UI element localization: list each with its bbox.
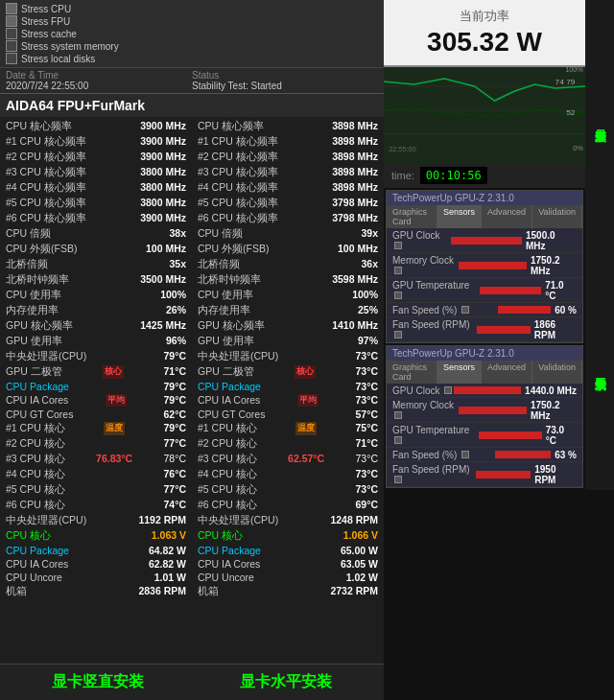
metric-row: CPU IA Cores 平均 79°C xyxy=(4,393,188,408)
gpuz-bar xyxy=(479,432,542,439)
metric-row: #6 CPU 核心74°C xyxy=(4,498,188,513)
stress-memory-label: Stress system memory xyxy=(21,41,119,52)
gpuz-row-value: 1750.2 MHz xyxy=(531,400,577,421)
stress-memory-option[interactable]: Stress system memory xyxy=(6,40,378,52)
app-title: AIDA64 FPU+FurMark xyxy=(6,98,145,113)
metric-row: #6 CPU 核心69°C xyxy=(196,498,380,513)
metric-row: CPU 使用率100% xyxy=(4,288,188,303)
gpuz-bar xyxy=(454,386,521,394)
metric-row: 北桥倍频36x xyxy=(196,257,380,272)
gpuz-bar xyxy=(459,262,527,269)
metrics-col-1: CPU 核心频率3900 MHz#1 CPU 核心频率3900 MHz#2 CP… xyxy=(0,117,192,664)
stress-disk-option[interactable]: Stress local disks xyxy=(6,53,378,64)
metric-row: GPU 核心频率1410 MHz xyxy=(196,318,380,334)
metric-row: #4 CPU 核心76°C xyxy=(4,467,188,482)
stress-options: Stress CPU Stress FPU Stress cache Stres… xyxy=(0,0,384,67)
metric-row: CPU GT Cores57°C xyxy=(196,408,380,421)
gpuz-row-value: 1440.0 MHz xyxy=(525,385,577,396)
gpuz1-tab-advanced[interactable]: Advanced xyxy=(482,205,532,228)
gpuz-row-value: 71.0 °C xyxy=(545,280,577,301)
gpuz2-tabs[interactable]: Graphics Card Sensors Advanced Validatio… xyxy=(387,361,582,384)
gpuz-bar-container: 1950 RPM xyxy=(476,464,577,485)
gpuz2-title: TechPowerUp GPU-Z 2.31.0 xyxy=(392,348,514,359)
gpuz-row: GPU Clock 1440.0 MHz xyxy=(387,384,582,398)
svg-text:22:55:00: 22:55:00 xyxy=(389,146,416,153)
power-chart: 74 79 52 100% 0% 22:55:00 xyxy=(384,67,585,153)
gpuz-row-label: GPU Clock xyxy=(392,230,451,251)
power-value: 305.32 W xyxy=(388,27,581,58)
metric-row: #1 CPU 核心 温度 75°C xyxy=(196,421,380,436)
metric-row: 中央处理器(CPU)79°C xyxy=(4,349,188,364)
stress-cache-checkbox[interactable] xyxy=(6,28,17,39)
metric-row: 北桥倍频35x xyxy=(4,257,188,272)
status-label: Status xyxy=(192,70,378,81)
left-panel: Stress CPU Stress FPU Stress cache Stres… xyxy=(0,0,384,700)
gpuz1-tab-sensors[interactable]: Sensors xyxy=(437,205,482,228)
stress-cpu-checkbox[interactable] xyxy=(6,3,17,14)
gpuz2-tab-validation[interactable]: Validation xyxy=(532,361,582,384)
metric-row: CPU GT Cores62°C xyxy=(4,408,188,421)
gpuz-row-label: GPU Temperature xyxy=(392,280,480,301)
gpuz-bar-container: 1750.2 MHz xyxy=(459,400,577,421)
stress-memory-checkbox[interactable] xyxy=(6,40,17,52)
metric-row: #1 CPU 核心 温度 79°C xyxy=(4,421,188,436)
gpuz-row-label: Memory Clock xyxy=(392,255,459,276)
stress-fpu-checkbox[interactable] xyxy=(6,15,17,27)
status-value: Stability Test: Started xyxy=(192,81,378,91)
metric-row: 中央处理器(CPU)73°C xyxy=(196,349,380,364)
gpuz-row-label: Fan Speed (RPM) xyxy=(392,464,476,485)
gpuz-bar-container: 1500.0 MHz xyxy=(451,230,577,251)
gpuz-row-value: 63 % xyxy=(555,450,577,460)
gpuz-panel-2: TechPowerUp GPU-Z 2.31.0 Graphics Card S… xyxy=(386,345,583,488)
metric-row: CPU 倍频38x xyxy=(4,226,188,242)
metric-row: #4 CPU 核心频率3898 MHz xyxy=(196,180,380,196)
gpuz-row-value: 73.0 °C xyxy=(546,425,577,446)
metric-row: CPU 使用率100% xyxy=(196,288,380,303)
gpuz-row-label: Fan Speed (%) xyxy=(392,450,469,460)
stress-disk-label: Stress local disks xyxy=(21,54,95,64)
stress-cache-option[interactable]: Stress cache xyxy=(6,28,378,39)
metric-row: CPU 核心1.066 V xyxy=(196,528,380,544)
metric-row: #2 CPU 核心71°C xyxy=(196,436,380,452)
gpuz2-tab-sensors[interactable]: Sensors xyxy=(437,361,482,384)
gpuz-bar-container: 60 % xyxy=(498,305,577,315)
gpuz-row: Memory Clock 1750.2 MHz xyxy=(387,253,582,278)
gpuz-row: GPU Clock 1500.0 MHz xyxy=(387,228,582,253)
datetime-value: 2020/7/24 22:55:00 xyxy=(6,81,192,91)
stress-cpu-option[interactable]: Stress CPU xyxy=(6,3,378,14)
metric-row: #1 CPU 核心频率3900 MHz xyxy=(4,134,188,150)
metrics-col-2: CPU 核心频率3898 MHz#1 CPU 核心频率3898 MHz#2 CP… xyxy=(192,117,384,664)
metric-row: CPU Uncore1.01 W xyxy=(4,571,188,584)
gpuz1-tab-validation[interactable]: Validation xyxy=(532,205,582,228)
stress-disk-checkbox[interactable] xyxy=(6,53,17,64)
bottom-labels: 显卡竖直安装 显卡水平安装 xyxy=(0,664,384,700)
gpuz-panel-1: TechPowerUp GPU-Z 2.31.0 Graphics Card S… xyxy=(386,190,583,343)
metric-row: CPU Package64.82 W xyxy=(4,544,188,557)
gpuz1-tabs[interactable]: Graphics Card Sensors Advanced Validatio… xyxy=(387,205,582,228)
svg-text:0%: 0% xyxy=(573,145,583,152)
gpuz-row: Fan Speed (%) 60 % xyxy=(387,303,582,317)
gpuz2-tab-graphics[interactable]: Graphics Card xyxy=(387,361,437,384)
gpuz1-header: TechPowerUp GPU-Z 2.31.0 xyxy=(387,191,582,205)
stress-fpu-option[interactable]: Stress FPU xyxy=(6,15,378,27)
power-label: 当前功率 xyxy=(388,8,581,25)
metric-row: #6 CPU 核心频率3798 MHz xyxy=(196,211,380,226)
gpuz1-title: TechPowerUp GPU-Z 2.31.0 xyxy=(392,193,514,203)
metric-row: CPU Package73°C xyxy=(196,380,380,393)
metric-row: 北桥时钟频率3598 MHz xyxy=(196,272,380,288)
metric-row: #2 CPU 核心频率3900 MHz xyxy=(4,150,188,165)
metric-row: CPU 核心1.063 V xyxy=(4,528,188,544)
gpuz-row-label: GPU Temperature xyxy=(392,425,479,446)
metric-row: 内存使用率25% xyxy=(196,303,380,318)
title-bar: AIDA64 FPU+FurMark xyxy=(0,93,384,117)
bottom-label-left: 显卡竖直安装 xyxy=(52,672,144,692)
metric-row: CPU 外频(FSB)100 MHz xyxy=(196,242,380,257)
metrics-area: CPU 核心频率3900 MHz#1 CPU 核心频率3900 MHz#2 CP… xyxy=(0,117,384,664)
gpuz-content: 当前功率 305.32 W 74 79 xyxy=(384,0,585,490)
gpuz-row-value: 1750.2 MHz xyxy=(531,255,577,276)
gpuz-bar xyxy=(480,287,541,294)
gpuz1-tab-graphics[interactable]: Graphics Card xyxy=(387,205,437,228)
metric-row: #5 CPU 核心77°C xyxy=(4,482,188,498)
gpuz-row: Fan Speed (RPM) 1950 RPM xyxy=(387,462,582,487)
gpuz2-tab-advanced[interactable]: Advanced xyxy=(482,361,532,384)
